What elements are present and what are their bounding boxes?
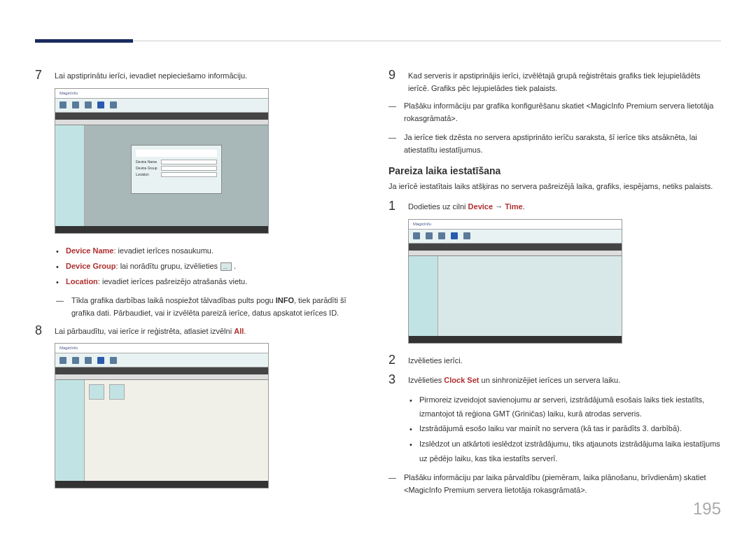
toolbar <box>55 353 268 367</box>
toolbar-icon <box>438 232 445 239</box>
dash-note: ― Plašāku informāciju par grafika konfig… <box>388 100 721 125</box>
field-label: Location <box>136 172 158 176</box>
bullet-dot: • <box>410 421 414 437</box>
bullet-list: • Device Name: ievadiet ierīces nosaukum… <box>56 244 368 290</box>
group-button-icon <box>220 262 232 271</box>
bullet-dot: • <box>56 244 60 259</box>
dash-icon: ― <box>56 295 67 319</box>
field-label: Device Group <box>136 166 158 170</box>
toolbar-icon <box>110 357 117 364</box>
step-1: 1 Dodieties uz cilni Device → Time. <box>388 199 721 213</box>
dialog-header <box>136 150 217 157</box>
bullet-dot: • <box>56 259 60 274</box>
field-row: Device Name <box>136 160 217 164</box>
bullet-list: • Pirmoreiz izveidojot savienojumu ar se… <box>410 393 721 466</box>
bullet-dot: • <box>410 393 414 408</box>
toolbar-icon <box>110 101 117 108</box>
bullet-text: Device Name: ievadiet ierīces nosaukumu. <box>66 244 214 258</box>
step-number: 2 <box>388 353 400 367</box>
field-input <box>161 160 217 164</box>
app-title: MagicInfo <box>409 220 622 230</box>
step-2: 2 Izvēlieties ierīci. <box>388 353 721 367</box>
left-column: 7 Lai apstiprinātu ierīci, ievadiet nepi… <box>35 69 368 503</box>
section-title: Pareiza laika iestatīšana <box>388 165 721 176</box>
field-label: Device Name <box>136 160 158 164</box>
sidebar <box>409 256 438 336</box>
right-column: 9 Kad serveris ir apstiprinājis ierīci, … <box>388 69 721 503</box>
step-text: Izvēlieties Clock Set un sinhronizējiet … <box>408 373 721 387</box>
page-number: 195 <box>693 499 721 519</box>
step-3: 3 Izvēlieties Clock Set un sinhronizējie… <box>388 373 721 387</box>
field-row: Location <box>136 172 217 177</box>
tabs <box>55 374 268 380</box>
main-area: Device Name Device Group Location <box>85 125 268 226</box>
bullet-device-name: • Device Name: ievadiet ierīces nosaukum… <box>56 244 368 259</box>
dash-icon: ― <box>388 132 400 156</box>
dash-icon: ― <box>388 100 400 125</box>
tabs <box>409 251 622 256</box>
header-divider <box>35 41 721 41</box>
toolbar-icon <box>451 232 458 239</box>
footer <box>55 226 268 233</box>
step-text: Lai apstiprinātu ierīci, ievadiet nepiec… <box>55 69 368 83</box>
menubar <box>409 244 622 251</box>
bullet-text: Pirmoreiz izveidojot savienojumu ar serv… <box>419 393 721 422</box>
menubar <box>55 113 268 120</box>
step-number: 7 <box>35 69 46 83</box>
field-input <box>161 166 217 171</box>
dash-text: Plašāku informāciju par laika pārvaldību… <box>404 472 721 496</box>
bullet-dot: • <box>410 437 414 452</box>
dash-note: ― Tīkla grafika darbības laikā nospiežot… <box>56 295 368 319</box>
field-row: Device Group <box>136 166 217 171</box>
sidebar <box>55 380 85 481</box>
toolbar-icon <box>97 101 104 108</box>
toolbar-icon <box>413 232 420 239</box>
toolbar-icon <box>85 357 92 364</box>
toolbar-icon <box>59 357 66 364</box>
app-title: MagicInfo <box>55 344 268 353</box>
bullet-text: Device Group: lai norādītu grupu, izvēli… <box>66 259 236 274</box>
step-text: Izvēlieties ierīci. <box>408 353 721 367</box>
sidebar <box>55 125 85 226</box>
bullet-text: Izslēdzot un atkārtoti ieslēdzot izstrād… <box>419 437 721 466</box>
app-title: MagicInfo <box>55 89 268 99</box>
dash-text: Tīkla grafika darbības laikā nospiežot t… <box>71 295 368 319</box>
bullet-item: • Izstrādājumā esošo laiku var mainīt no… <box>410 421 721 437</box>
toolbar <box>409 230 622 244</box>
menubar <box>55 367 268 374</box>
content-columns: 7 Lai apstiprinātu ierīci, ievadiet nepi… <box>35 69 721 503</box>
step-7: 7 Lai apstiprinātu ierīci, ievadiet nepi… <box>35 69 368 83</box>
bullet-dot: • <box>56 274 60 290</box>
dash-note: ― Ja ierīce tiek dzēsta no servera apsti… <box>388 132 721 156</box>
step-number: 9 <box>388 69 400 83</box>
tabs <box>55 120 268 125</box>
toolbar-icon <box>59 101 66 108</box>
bullet-item: • Izslēdzot un atkārtoti ieslēdzot izstr… <box>410 437 721 466</box>
bullet-text: Location: ievadiet ierīces pašreizējo at… <box>66 274 247 289</box>
screenshot-device-approval: MagicInfo Device Name Device Group Locat… <box>55 88 269 234</box>
bullet-text: Izstrādājumā esošo laiku var mainīt no s… <box>419 421 682 436</box>
bullet-item: • Pirmoreiz izveidojot savienojumu ar se… <box>410 393 721 422</box>
step-number: 1 <box>388 199 400 213</box>
body: Device Name Device Group Location <box>55 125 268 226</box>
step-text: Dodieties uz cilni Device → Time. <box>408 199 721 213</box>
bullet-location: • Location: ievadiet ierīces pašreizējo … <box>56 274 368 290</box>
dialog: Device Name Device Group Location <box>131 145 222 194</box>
bullet-device-group: • Device Group: lai norādītu grupu, izvē… <box>56 259 368 274</box>
body <box>409 256 622 336</box>
step-number: 3 <box>388 373 400 387</box>
toolbar <box>55 99 268 113</box>
section-desc: Ja ierīcē iestatītais laiks atšķiras no … <box>388 181 721 193</box>
dash-icon: ― <box>388 472 400 496</box>
toolbar-icon <box>463 232 470 239</box>
dash-text: Ja ierīce tiek dzēsta no servera apstipr… <box>404 132 721 156</box>
grid-item <box>109 384 125 400</box>
step-9: 9 Kad serveris ir apstiprinājis ierīci, … <box>388 69 721 94</box>
grid <box>85 380 268 481</box>
dash-text: Plašāku informāciju par grafika konfigur… <box>404 100 721 125</box>
screenshot-time-settings: MagicInfo <box>408 219 622 344</box>
toolbar-icon <box>97 357 104 364</box>
step-8: 8 Lai pārbaudītu, vai ierīce ir reģistrē… <box>35 324 368 338</box>
body <box>55 380 268 481</box>
time-grid <box>438 256 622 336</box>
